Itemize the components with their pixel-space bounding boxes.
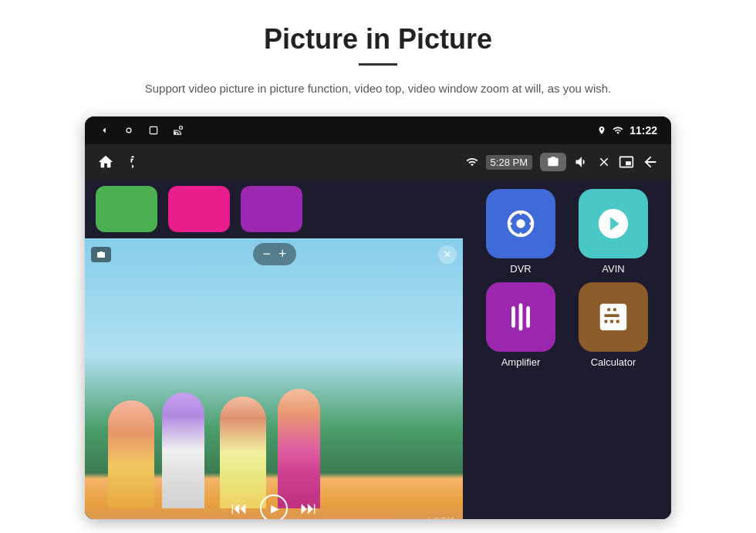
pip-minus-btn[interactable]: − xyxy=(262,246,271,262)
netflix-icon-strip[interactable] xyxy=(96,186,157,232)
pip-forward-btn[interactable]: ⏭ xyxy=(300,498,317,518)
app-bar: 5:28 PM xyxy=(85,144,671,180)
calculator-app-icon xyxy=(579,282,648,352)
back-icon xyxy=(99,125,110,136)
status-bar: 11:22 xyxy=(85,116,671,144)
pip-playback-controls: ⏮ ▶ ⏭ xyxy=(231,494,317,519)
wheelkey-icon-strip[interactable] xyxy=(241,186,302,232)
home-icon xyxy=(123,125,134,136)
page-subtitle: Support video picture in picture functio… xyxy=(145,79,611,98)
home-btn-icon[interactable] xyxy=(97,153,114,170)
dvr-app-item[interactable]: DVR xyxy=(478,189,563,275)
pip-camera-icon xyxy=(91,247,111,262)
main-content: − + ✕ ⏮ ▶ ⏭ VCZ xyxy=(85,180,671,519)
app-bar-right: 5:28 PM xyxy=(466,153,659,171)
pip-resize-controls: − + xyxy=(253,243,295,265)
app-strip xyxy=(85,180,463,238)
svg-point-4 xyxy=(516,219,525,228)
app-grid-row-2: Amplifier Calculator xyxy=(472,282,662,368)
camera-icon xyxy=(546,156,560,168)
amplifier-app-item[interactable]: Amplifier xyxy=(478,282,563,368)
status-bar-left xyxy=(99,125,184,136)
svg-point-0 xyxy=(127,128,131,133)
pip-play-btn[interactable]: ▶ xyxy=(260,494,288,519)
svg-rect-2 xyxy=(180,127,183,130)
pip-rewind-btn[interactable]: ⏮ xyxy=(231,498,248,518)
status-bar-right: 11:22 xyxy=(597,124,657,137)
avin-label: AVIN xyxy=(602,263,624,275)
amplifier-app-icon xyxy=(486,282,555,352)
app-grid-area: DVR AVIN xyxy=(463,180,671,519)
cast-icon xyxy=(173,125,184,136)
calculator-app-item[interactable]: Calculator xyxy=(571,282,656,368)
location-icon xyxy=(597,126,606,135)
device-frame: 11:22 5:28 PM xyxy=(85,116,671,519)
watermark: VCZ09 xyxy=(429,516,455,519)
app-bar-left xyxy=(97,153,140,170)
page-title: Picture in Picture xyxy=(264,23,492,56)
wifi-signal-icon xyxy=(613,125,623,136)
close-icon[interactable] xyxy=(597,155,611,169)
app-grid-row-1: DVR AVIN xyxy=(472,189,662,275)
avin-app-item[interactable]: AVIN xyxy=(571,189,656,275)
avin-app-icon xyxy=(579,189,648,258)
calculator-label: Calculator xyxy=(591,356,636,368)
pip-controls-bar: − + ✕ xyxy=(91,243,457,265)
status-time: 11:22 xyxy=(629,124,657,137)
appbar-wifi-icon xyxy=(466,156,478,168)
dvr-label: DVR xyxy=(510,263,531,275)
app-bar-time: 5:28 PM xyxy=(486,155,532,170)
volume-icon[interactable] xyxy=(574,154,589,170)
video-area: − + ✕ ⏮ ▶ ⏭ VCZ xyxy=(85,180,463,519)
siriusxm-icon-strip[interactable] xyxy=(168,186,230,232)
pip-icon[interactable] xyxy=(619,154,634,170)
pip-video: − + ✕ ⏮ ▶ ⏭ VCZ xyxy=(85,238,463,519)
title-divider xyxy=(359,63,397,66)
pip-container: − + ✕ ⏮ ▶ ⏭ VCZ xyxy=(85,238,463,519)
camera-btn[interactable] xyxy=(540,153,566,171)
amplifier-label: Amplifier xyxy=(501,356,541,368)
dvr-app-icon xyxy=(486,189,555,258)
pip-close-btn[interactable]: ✕ xyxy=(438,245,457,264)
appbar-back-icon[interactable] xyxy=(642,153,659,170)
pip-plus-btn[interactable]: + xyxy=(278,246,287,262)
usb-icon xyxy=(125,154,140,170)
square-icon xyxy=(148,125,159,136)
svg-rect-1 xyxy=(150,127,157,133)
